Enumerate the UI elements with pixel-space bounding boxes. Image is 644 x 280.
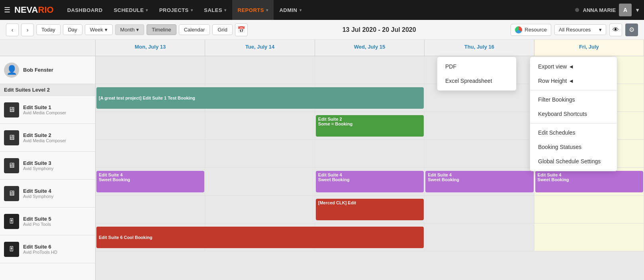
resource-button[interactable]: Resource <box>511 24 551 36</box>
settings-dropdown: Export view ◄ Row Height ◄ Filter Bookin… <box>530 57 617 171</box>
settings-keyboard-shortcuts[interactable]: Keyboard Shortcuts <box>530 107 617 121</box>
es6-cell-4 <box>534 223 644 251</box>
export-excel-item[interactable]: Excel Spreadsheet <box>437 74 516 88</box>
event-es4-mon[interactable]: Edit Suite 4 Sweet Booking <box>96 171 204 192</box>
resource-circle-icon <box>515 26 522 33</box>
resource-sub-3: Avid Symphony <box>23 194 53 199</box>
event-es4-wed[interactable]: Edit Suite 4 Sweet Booking <box>316 171 424 192</box>
settings-booking-statuses[interactable]: Booking Statuses <box>530 140 617 154</box>
event-es6-booking[interactable]: Edit Suite 6 Cool Booking <box>96 227 424 248</box>
resource-icon-0: 🖥 <box>4 102 19 117</box>
resource-col-header <box>0 40 96 56</box>
month-arrow: ▾ <box>136 27 139 33</box>
resource-icon-2: 🖥 <box>4 158 19 173</box>
resource-icon-1: 🖥 <box>4 130 19 145</box>
month-button[interactable]: Month ▾ <box>115 24 144 35</box>
resource-info-0: Edit Suite 1 Avid Media Composer <box>23 104 66 115</box>
resource-name-3: Edit Suite 4 <box>23 188 53 194</box>
grid-button[interactable]: Grid <box>212 24 233 35</box>
status-dot <box>575 8 579 12</box>
person-icon: 👤 <box>4 63 19 78</box>
next-button[interactable]: › <box>21 23 34 36</box>
es3-cell-0 <box>96 140 205 167</box>
bob-cell-2 <box>315 56 425 84</box>
nav-projects[interactable]: PROJECTS ▾ <box>154 0 199 20</box>
nav-right-section: ANNA MARIE A ▼ <box>575 4 640 16</box>
nav-schedule[interactable]: SCHEDULE ▾ <box>108 0 154 20</box>
event-es1-booking[interactable]: [A great test project] Edit Suite 1 Test… <box>96 87 424 109</box>
nav-admin-arrow: ▾ <box>299 8 302 12</box>
timeline-button[interactable]: Timeline <box>147 24 176 35</box>
prev-button[interactable]: ‹ <box>6 23 19 36</box>
es6-cell-3 <box>425 223 534 251</box>
export-dropdown: PDF Excel Spreadsheet <box>437 57 517 91</box>
nav-sales[interactable]: SALES ▾ <box>198 0 232 20</box>
resource-name-5: Edit Suite 6 <box>23 244 57 250</box>
resource-sub-2: Avid Symphony <box>23 166 53 171</box>
nav-reports[interactable]: REPORTS ▾ <box>232 0 274 20</box>
eye-button[interactable]: 👁 <box>609 23 622 36</box>
event-row-4: [Merced CLK] Edit <box>96 196 644 223</box>
person-row-bob: 👤 Bob Fenster <box>0 56 95 84</box>
settings-export-view[interactable]: Export view ◄ <box>530 59 617 74</box>
es2-cell-1 <box>205 112 315 139</box>
settings-filter-bookings[interactable]: Filter Bookings <box>530 92 617 107</box>
week-button[interactable]: Week ▾ <box>85 24 113 35</box>
es2-cell-3 <box>425 112 534 139</box>
calendar-button[interactable]: Calendar <box>179 24 210 35</box>
nav-dashboard[interactable]: DASHBOARD <box>62 0 108 20</box>
settings-global-schedule[interactable]: Global Schedule Settings <box>530 154 617 168</box>
event-es4-thu[interactable]: Edit Suite 4 Sweet Booking <box>425 171 533 192</box>
person-name: Bob Fenster <box>23 67 53 73</box>
resource-icon-4: 🎚 <box>4 214 19 229</box>
event-es4-fri[interactable]: Edit Suite 4 Sweet Booking <box>535 171 643 192</box>
settings-divider-1 <box>530 90 617 90</box>
logo-ario: RIO <box>38 5 54 15</box>
nav-schedule-arrow: ▾ <box>146 8 148 12</box>
user-menu[interactable]: ANNA MARIE A ▼ <box>583 4 640 16</box>
resource-name-1: Edit Suite 2 <box>23 132 66 138</box>
date-range-display: 13 Jul 2020 - 20 Jul 2020 <box>250 26 508 33</box>
avatar: A <box>619 4 632 16</box>
es3-cell-1 <box>205 140 315 167</box>
hamburger-menu[interactable]: ☰ <box>4 6 10 14</box>
day-columns-header: Mon, July 13 Tue, July 14 Wed, July 15 T… <box>96 40 644 56</box>
settings-divider-2 <box>530 123 617 123</box>
person-info: Bob Fenster <box>23 67 53 73</box>
day-header-wed: Wed, July 15 <box>315 40 425 56</box>
resource-column: 👤 Bob Fenster Edit Suites Level 2 🖥 Edit… <box>0 56 96 280</box>
gear-button[interactable]: ⚙ <box>625 23 638 36</box>
bob-cell-1 <box>205 56 315 84</box>
es5-cell-1 <box>205 196 315 223</box>
es2-cell-0 <box>96 112 205 139</box>
es3-cell-2 <box>315 140 425 167</box>
nav-sales-arrow: ▾ <box>224 8 227 12</box>
all-resources-dropdown[interactable]: All Resources ▾ <box>554 24 606 35</box>
event-row-5: Edit Suite 6 Cool Booking <box>96 223 644 251</box>
nav-reports-arrow: ▾ <box>266 8 268 12</box>
event-es5-booking[interactable]: [Merced CLK] Edit <box>316 199 424 220</box>
event-es2-booking[interactable]: Edit Suite 2 Some = Booking <box>316 115 424 137</box>
day-header-mon: Mon, July 13 <box>96 40 205 56</box>
today-button[interactable]: Today <box>36 24 61 35</box>
toolbar-right: Resource All Resources ▾ 👁 ⚙ <box>511 23 638 36</box>
settings-edit-schedules[interactable]: Edit Schedules <box>530 125 617 140</box>
resource-info-2: Edit Suite 3 Avid Symphony <box>23 160 53 171</box>
settings-row-height[interactable]: Row Height ◄ <box>530 74 617 88</box>
nav-admin[interactable]: ADMIN ▾ <box>274 0 307 20</box>
resource-info-5: Edit Suite 6 Avid ProTools HD <box>23 244 57 255</box>
day-button[interactable]: Day <box>63 24 82 35</box>
export-pdf-item[interactable]: PDF <box>437 59 516 74</box>
calendar-icon-button[interactable]: 📅 <box>235 23 248 36</box>
section-header: Edit Suites Level 2 <box>0 84 95 96</box>
resource-row-1: 🖥 Edit Suite 2 Avid Media Composer <box>0 124 95 152</box>
logo-nev: NEVA <box>14 5 38 15</box>
event-row-3: Edit Suite 4 Sweet Booking Edit Suite 4 … <box>96 168 644 196</box>
resource-row-5: 🎚 Edit Suite 6 Avid ProTools HD <box>0 235 95 263</box>
nav-projects-arrow: ▾ <box>191 8 193 12</box>
es3-cell-3 <box>425 140 534 167</box>
es5-cell-0 <box>96 196 205 223</box>
es4-cell-1 <box>205 168 315 195</box>
resource-name-2: Edit Suite 3 <box>23 160 53 166</box>
week-arrow: ▾ <box>105 27 108 33</box>
